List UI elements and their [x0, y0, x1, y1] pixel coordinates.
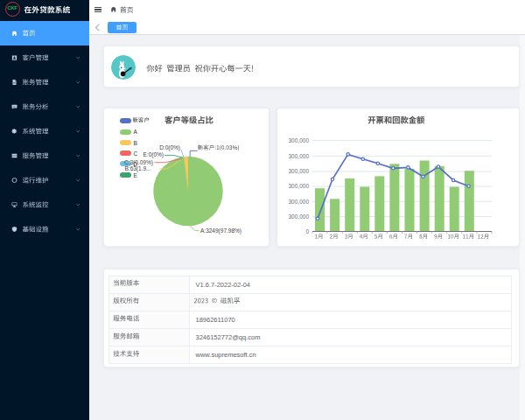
svg-text:300,000: 300,000: [289, 199, 310, 205]
svg-text:E:0(0%): E:0(0%): [144, 151, 164, 158]
svg-text:300,000: 300,000: [289, 214, 310, 220]
svg-text:300,000: 300,000: [289, 183, 310, 189]
svg-text:300,000: 300,000: [289, 153, 310, 159]
svg-text:D:0(0%): D:0(0%): [159, 144, 180, 151]
svg-text:B:63(1.9...: B:63(1.9...: [125, 165, 151, 172]
svg-text:300,000: 300,000: [289, 168, 310, 174]
svg-text:300,000: 300,000: [289, 137, 310, 144]
svg-text:0: 0: [305, 228, 309, 234]
svg-text:A:3249(97.98%): A:3249(97.98%): [200, 228, 242, 234]
